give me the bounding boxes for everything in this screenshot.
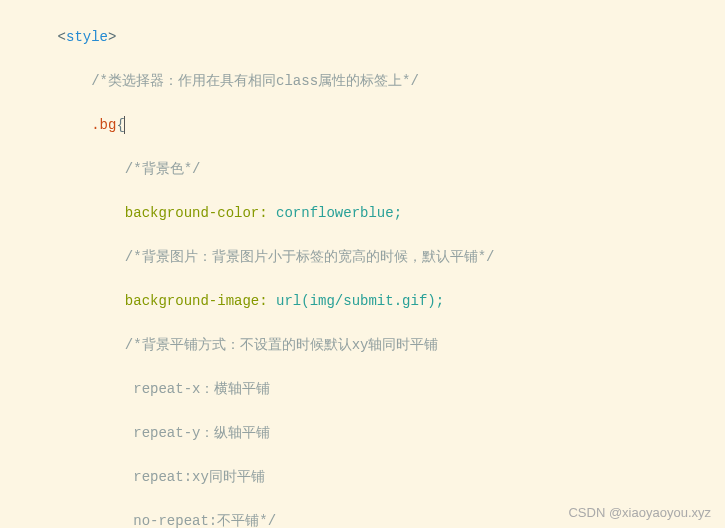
comment: repeat-x：横轴平铺	[125, 381, 271, 397]
css-selector: .bg	[91, 117, 116, 133]
css-value: url(img/submit.gif);	[268, 293, 444, 309]
comment: /*背景色*/	[125, 161, 201, 177]
tag-bracket-close: >	[108, 29, 116, 45]
tag-bracket-open: <	[58, 29, 66, 45]
code-line: no-repeat:不平铺*/	[0, 510, 725, 528]
css-property: background-image	[125, 293, 259, 309]
css-value: cornflowerblue;	[268, 205, 402, 221]
css-property: background-color	[125, 205, 259, 221]
code-line: repeat-y：纵轴平铺	[0, 422, 725, 444]
comment: no-repeat:不平铺*/	[125, 513, 276, 528]
code-line: /*背景色*/	[0, 158, 725, 180]
code-line: background-color: cornflowerblue;	[0, 202, 725, 224]
comment: /*背景平铺方式：不设置的时候默认xy轴同时平铺	[125, 337, 439, 353]
code-line: .bg{	[0, 114, 725, 136]
code-line: background-image: url(img/submit.gif);	[0, 290, 725, 312]
comment: /*类选择器：作用在具有相同class属性的标签上*/	[91, 73, 419, 89]
text-cursor	[124, 116, 125, 134]
colon: :	[259, 205, 267, 221]
code-line: /*类选择器：作用在具有相同class属性的标签上*/	[0, 70, 725, 92]
comment: /*背景图片：背景图片小于标签的宽高的时候，默认平铺*/	[125, 249, 495, 265]
comment: repeat:xy同时平铺	[125, 469, 265, 485]
tag-style-open: style	[66, 29, 108, 45]
code-line: /*背景图片：背景图片小于标签的宽高的时候，默认平铺*/	[0, 246, 725, 268]
comment: repeat-y：纵轴平铺	[125, 425, 271, 441]
code-line: repeat-x：横轴平铺	[0, 378, 725, 400]
colon: :	[259, 293, 267, 309]
code-line: repeat:xy同时平铺	[0, 466, 725, 488]
code-line: <style>	[0, 26, 725, 48]
code-block: <style> /*类选择器：作用在具有相同class属性的标签上*/ .bg{…	[0, 0, 725, 528]
code-line: /*背景平铺方式：不设置的时候默认xy轴同时平铺	[0, 334, 725, 356]
